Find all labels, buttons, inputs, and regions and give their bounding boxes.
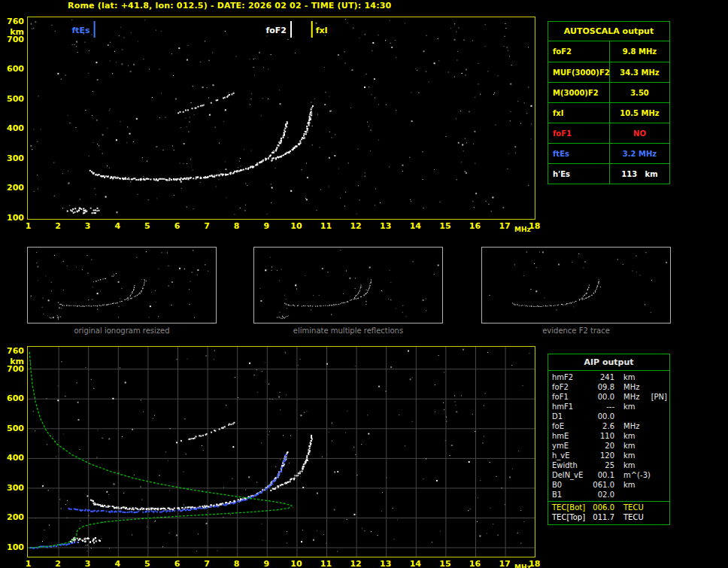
x-tick-label: 5 xyxy=(141,559,154,568)
thumbnail-evidence-f2-trace xyxy=(481,247,671,323)
row-unit: MHz xyxy=(614,392,639,402)
autoscala-panel-title: AUTOSCALA output xyxy=(548,22,669,41)
row-value: 3.2 MHz xyxy=(610,150,669,158)
row-value: 00.1 xyxy=(589,470,614,480)
row-label: TEC[Bot] xyxy=(548,503,589,512)
row-unit xyxy=(614,490,623,500)
thumbnail-canvas xyxy=(254,248,442,323)
row-value: --- xyxy=(589,402,614,412)
x-tick-label: 13 xyxy=(379,559,393,568)
row-value: 110 xyxy=(589,431,614,441)
x-tick-label: 14 xyxy=(408,559,422,568)
row-label: foF1 xyxy=(548,392,589,402)
row-label: MUF(3000)F2 xyxy=(548,62,610,82)
row-unit: km xyxy=(614,431,635,441)
row-value: 241 xyxy=(589,372,614,382)
autoscala-row: foF29.8 MHz xyxy=(548,41,669,62)
row-unit: km xyxy=(614,480,635,490)
x-tick-label: 1 xyxy=(22,559,35,568)
x-tick-label: 15 xyxy=(438,221,452,231)
aip-row: D100.0 xyxy=(548,412,669,421)
y-tick-label: 600 xyxy=(2,393,24,403)
autoscala-rows: foF29.8 MHzMUF(3000)F234.3 MHzM(3000)F23… xyxy=(548,41,669,184)
header-title: Rome (lat: +41.8, lon: 012.5) - DATE: 20… xyxy=(68,1,391,11)
y-tick-label: 760 xyxy=(2,17,24,26)
row-value: 25 xyxy=(589,460,614,470)
y-tick-label: 500 xyxy=(2,424,24,433)
aip-row: foF209.8MHz xyxy=(548,382,669,392)
row-label: ymE xyxy=(548,441,589,451)
row-unit xyxy=(614,412,623,421)
aip-row: ymE20km xyxy=(548,441,669,451)
x-tick-label: 14 xyxy=(408,221,422,231)
row-unit: km xyxy=(614,460,635,470)
x-tick-label: 7 xyxy=(200,559,214,568)
marker-label: foF2 xyxy=(265,26,287,35)
x-tick-label: 9 xyxy=(259,221,273,231)
row-label: fxI xyxy=(548,103,610,123)
row-label: B0 xyxy=(548,480,589,490)
thumbnail-caption: original ionogram resized xyxy=(27,327,217,335)
y-tick-label: 760 xyxy=(2,346,24,356)
aip-row: TEC[Bot]006.0TECU xyxy=(548,503,669,512)
row-value: 34.3 MHz xyxy=(610,68,669,77)
row-value: 02.0 xyxy=(589,490,614,500)
y-tick-label: 500 xyxy=(2,94,24,104)
autoscala-row: MUF(3000)F234.3 MHz xyxy=(548,62,669,82)
row-value: NO xyxy=(610,129,669,138)
x-tick-label: 12 xyxy=(349,221,362,231)
thumbnail-canvas xyxy=(28,248,216,323)
row-label: h'Es xyxy=(548,164,610,184)
marker-label: ftEs xyxy=(71,26,90,35)
x-tick-label: 6 xyxy=(171,559,184,568)
thumbnail-canvas xyxy=(482,248,670,323)
row-label: DelN_vE xyxy=(548,470,589,480)
row-unit: MHz xyxy=(614,421,639,431)
row-value: 011.7 xyxy=(589,512,614,522)
row-label: foF2 xyxy=(548,382,589,392)
x-tick-label: 1 xyxy=(22,221,35,231)
x-tick-label: 10 xyxy=(290,559,303,568)
x-tick-label: 4 xyxy=(111,559,124,568)
row-value: 10.5 MHz xyxy=(610,109,669,117)
x-tick-label: 3 xyxy=(81,559,95,568)
aip-row: hmE110km xyxy=(548,431,669,441)
row-label: hmF1 xyxy=(548,402,589,412)
row-label: hmE xyxy=(548,431,589,441)
aip-panel-title: AIP output xyxy=(548,354,669,371)
row-value: 9.8 MHz xyxy=(610,47,669,56)
aip-row: TEC[Top]011.7TECU xyxy=(548,512,669,522)
autoscala-output-panel: AUTOSCALA output foF29.8 MHzMUF(3000)F23… xyxy=(548,21,670,184)
row-value: 00.0 xyxy=(589,412,614,421)
aip-row: foE2.6MHz xyxy=(548,421,669,431)
aip-row: B0061.0km xyxy=(548,480,669,490)
row-value: 20 xyxy=(589,441,614,451)
row-unit: km xyxy=(614,441,635,451)
ionogram-canvas: ftEsfoF2fxI xyxy=(28,17,535,219)
x-tick-label: 3 xyxy=(81,221,95,231)
aip-row: hmF2241km xyxy=(548,372,669,382)
row-label: ftEs xyxy=(548,144,610,163)
autoscala-row: h'Es113 km xyxy=(548,163,669,184)
x-tick-label: 17 xyxy=(498,221,511,231)
x-tick-label: 16 xyxy=(469,221,482,231)
thumbnail-original-ionogram xyxy=(27,247,217,323)
thumbnail-caption: evidence F2 trace xyxy=(481,327,671,335)
y-tick-label: 100 xyxy=(2,542,24,552)
autoscala-row: ftEs3.2 MHz xyxy=(548,143,669,163)
x-tick-label: 2 xyxy=(51,559,65,568)
row-unit: m^(-3) xyxy=(614,470,651,480)
row-label: TEC[Top] xyxy=(548,512,589,522)
marker-label: fxI xyxy=(316,26,328,35)
profile-canvas xyxy=(28,347,535,557)
aip-row: B102.0 xyxy=(548,490,669,500)
x-tick-label: 12 xyxy=(349,559,362,568)
ionogram-plot-frame: ftEsfoF2fxI xyxy=(27,17,535,220)
y-tick-label: 100 xyxy=(2,213,24,223)
x-tick-label: 8 xyxy=(230,559,244,568)
row-label: M(3000)F2 xyxy=(548,83,610,102)
row-label: h_vE xyxy=(548,451,589,460)
y-tick-label: 400 xyxy=(2,123,24,133)
aip-output-panel: AIP output hmF2241kmfoF209.8MHzfoF100.0M… xyxy=(548,354,670,525)
x-tick-label: 8 xyxy=(230,221,244,231)
